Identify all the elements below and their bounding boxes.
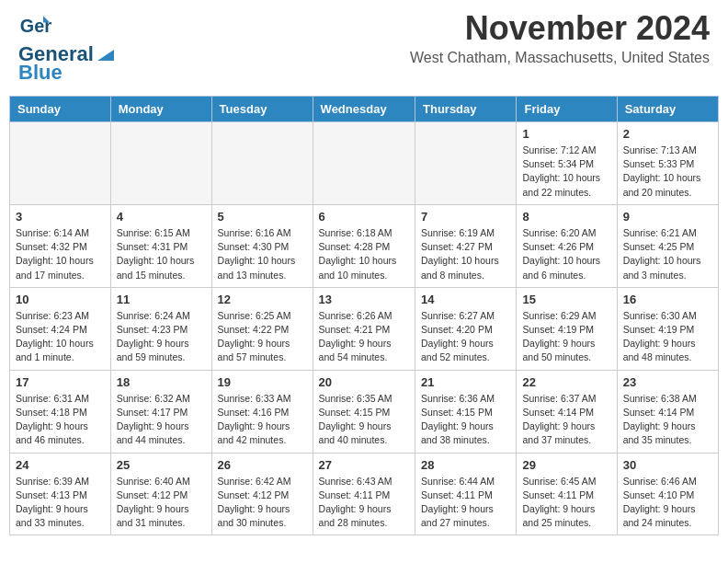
- calendar-day-cell: 30Sunrise: 6:46 AM Sunset: 4:10 PM Dayli…: [617, 453, 718, 535]
- calendar-day-cell: 12Sunrise: 6:25 AM Sunset: 4:22 PM Dayli…: [211, 287, 313, 370]
- calendar-day-cell: 1Sunrise: 7:12 AM Sunset: 5:34 PM Daylig…: [517, 122, 617, 205]
- day-info: Sunrise: 6:46 AM Sunset: 4:10 PM Dayligh…: [623, 475, 712, 531]
- day-info: Sunrise: 6:20 AM Sunset: 4:26 PM Dayligh…: [522, 226, 610, 282]
- day-info: Sunrise: 6:45 AM Sunset: 4:11 PM Dayligh…: [522, 475, 610, 531]
- day-number: 25: [117, 458, 206, 472]
- day-number: 7: [421, 210, 510, 224]
- day-number: 29: [522, 458, 610, 472]
- calendar-day-cell: 17Sunrise: 6:31 AM Sunset: 4:18 PM Dayli…: [10, 370, 111, 453]
- day-number: 5: [218, 210, 307, 224]
- calendar-day-cell: 18Sunrise: 6:32 AM Sunset: 4:17 PM Dayli…: [110, 370, 211, 453]
- day-info: Sunrise: 6:38 AM Sunset: 4:14 PM Dayligh…: [623, 392, 712, 448]
- weekday-header-cell: Friday: [517, 97, 617, 122]
- calendar-day-cell: [415, 122, 517, 205]
- calendar-table: SundayMondayTuesdayWednesdayThursdayFrid…: [9, 96, 719, 535]
- day-info: Sunrise: 6:33 AM Sunset: 4:16 PM Dayligh…: [218, 392, 307, 448]
- calendar-day-cell: 27Sunrise: 6:43 AM Sunset: 4:11 PM Dayli…: [313, 453, 415, 535]
- svg-text:General: General: [20, 16, 51, 36]
- day-number: 12: [218, 293, 307, 306]
- calendar-week-row: 17Sunrise: 6:31 AM Sunset: 4:18 PM Dayli…: [10, 370, 719, 453]
- calendar-day-cell: [313, 122, 415, 205]
- day-info: Sunrise: 6:21 AM Sunset: 4:25 PM Dayligh…: [623, 226, 712, 282]
- day-number: 11: [117, 293, 206, 306]
- calendar-day-cell: 22Sunrise: 6:37 AM Sunset: 4:14 PM Dayli…: [517, 370, 617, 453]
- day-number: 9: [623, 210, 712, 224]
- day-info: Sunrise: 6:27 AM Sunset: 4:20 PM Dayligh…: [421, 309, 510, 365]
- day-info: Sunrise: 6:43 AM Sunset: 4:11 PM Dayligh…: [319, 475, 409, 531]
- title-section: November 2024 West Chatham, Massachusett…: [410, 9, 710, 66]
- day-number: 17: [16, 375, 105, 389]
- day-info: Sunrise: 6:37 AM Sunset: 4:14 PM Dayligh…: [522, 392, 610, 448]
- day-info: Sunrise: 6:35 AM Sunset: 4:15 PM Dayligh…: [319, 392, 409, 448]
- calendar-day-cell: 15Sunrise: 6:29 AM Sunset: 4:19 PM Dayli…: [517, 287, 617, 370]
- day-info: Sunrise: 6:25 AM Sunset: 4:22 PM Dayligh…: [218, 309, 307, 365]
- calendar-day-cell: 20Sunrise: 6:35 AM Sunset: 4:15 PM Dayli…: [313, 370, 415, 453]
- day-info: Sunrise: 6:15 AM Sunset: 4:31 PM Dayligh…: [117, 226, 206, 282]
- calendar-day-cell: 3Sunrise: 6:14 AM Sunset: 4:32 PM Daylig…: [10, 204, 111, 287]
- day-number: 27: [319, 458, 409, 472]
- day-number: 20: [319, 375, 409, 389]
- day-info: Sunrise: 6:39 AM Sunset: 4:13 PM Dayligh…: [16, 475, 105, 531]
- day-number: 28: [421, 458, 510, 472]
- day-number: 23: [623, 375, 712, 389]
- day-number: 1: [522, 127, 610, 141]
- weekday-header-row: SundayMondayTuesdayWednesdayThursdayFrid…: [10, 97, 719, 122]
- day-number: 6: [319, 210, 409, 224]
- day-number: 16: [623, 293, 712, 306]
- day-number: 2: [623, 127, 712, 141]
- location: West Chatham, Massachusetts, United Stat…: [410, 50, 710, 66]
- calendar-day-cell: 29Sunrise: 6:45 AM Sunset: 4:11 PM Dayli…: [517, 453, 617, 535]
- calendar-day-cell: 23Sunrise: 6:38 AM Sunset: 4:14 PM Dayli…: [617, 370, 718, 453]
- calendar-day-cell: 25Sunrise: 6:40 AM Sunset: 4:12 PM Dayli…: [110, 453, 211, 535]
- month-title: November 2024: [410, 9, 710, 48]
- weekday-header-cell: Sunday: [10, 97, 111, 122]
- day-number: 30: [623, 458, 712, 472]
- day-info: Sunrise: 6:42 AM Sunset: 4:12 PM Dayligh…: [218, 475, 307, 531]
- calendar-week-row: 1Sunrise: 7:12 AM Sunset: 5:34 PM Daylig…: [10, 122, 719, 205]
- day-number: 19: [218, 375, 307, 389]
- day-info: Sunrise: 6:44 AM Sunset: 4:11 PM Dayligh…: [421, 475, 510, 531]
- calendar-day-cell: 6Sunrise: 6:18 AM Sunset: 4:28 PM Daylig…: [313, 204, 415, 287]
- weekday-header-cell: Wednesday: [313, 97, 415, 122]
- day-info: Sunrise: 7:13 AM Sunset: 5:33 PM Dayligh…: [623, 144, 712, 200]
- calendar-day-cell: 2Sunrise: 7:13 AM Sunset: 5:33 PM Daylig…: [617, 122, 718, 205]
- day-info: Sunrise: 7:12 AM Sunset: 5:34 PM Dayligh…: [522, 144, 610, 200]
- day-number: 13: [319, 293, 409, 306]
- calendar-day-cell: 5Sunrise: 6:16 AM Sunset: 4:30 PM Daylig…: [211, 204, 313, 287]
- calendar-day-cell: 10Sunrise: 6:23 AM Sunset: 4:24 PM Dayli…: [10, 287, 111, 370]
- weekday-header-cell: Monday: [110, 97, 211, 122]
- calendar-body: 1Sunrise: 7:12 AM Sunset: 5:34 PM Daylig…: [10, 122, 719, 535]
- calendar-day-cell: 28Sunrise: 6:44 AM Sunset: 4:11 PM Dayli…: [415, 453, 517, 535]
- day-info: Sunrise: 6:16 AM Sunset: 4:30 PM Dayligh…: [218, 226, 307, 282]
- day-number: 14: [421, 293, 510, 306]
- day-info: Sunrise: 6:14 AM Sunset: 4:32 PM Dayligh…: [16, 226, 105, 282]
- weekday-header-cell: Tuesday: [211, 97, 313, 122]
- calendar-day-cell: 16Sunrise: 6:30 AM Sunset: 4:19 PM Dayli…: [617, 287, 718, 370]
- calendar-day-cell: [10, 122, 111, 205]
- day-info: Sunrise: 6:26 AM Sunset: 4:21 PM Dayligh…: [319, 309, 409, 365]
- day-number: 24: [16, 458, 105, 472]
- logo: General General Blue: [18, 9, 118, 85]
- day-info: Sunrise: 6:29 AM Sunset: 4:19 PM Dayligh…: [522, 309, 610, 365]
- day-number: 3: [16, 210, 105, 224]
- day-info: Sunrise: 6:36 AM Sunset: 4:15 PM Dayligh…: [421, 392, 510, 448]
- calendar-day-cell: 21Sunrise: 6:36 AM Sunset: 4:15 PM Dayli…: [415, 370, 517, 453]
- day-info: Sunrise: 6:30 AM Sunset: 4:19 PM Dayligh…: [623, 309, 712, 365]
- day-number: 10: [16, 293, 105, 306]
- calendar-day-cell: 14Sunrise: 6:27 AM Sunset: 4:20 PM Dayli…: [415, 287, 517, 370]
- day-info: Sunrise: 6:32 AM Sunset: 4:17 PM Dayligh…: [117, 392, 206, 448]
- svg-marker-2: [97, 50, 114, 61]
- weekday-header-cell: Saturday: [617, 97, 718, 122]
- day-info: Sunrise: 6:24 AM Sunset: 4:23 PM Dayligh…: [117, 309, 206, 365]
- calendar-day-cell: 9Sunrise: 6:21 AM Sunset: 4:25 PM Daylig…: [617, 204, 718, 287]
- day-number: 26: [218, 458, 307, 472]
- day-info: Sunrise: 6:31 AM Sunset: 4:18 PM Dayligh…: [16, 392, 105, 448]
- calendar-day-cell: 11Sunrise: 6:24 AM Sunset: 4:23 PM Dayli…: [110, 287, 211, 370]
- calendar-day-cell: 4Sunrise: 6:15 AM Sunset: 4:31 PM Daylig…: [110, 204, 211, 287]
- calendar-day-cell: [110, 122, 211, 205]
- day-info: Sunrise: 6:18 AM Sunset: 4:28 PM Dayligh…: [319, 226, 409, 282]
- calendar-week-row: 3Sunrise: 6:14 AM Sunset: 4:32 PM Daylig…: [10, 204, 719, 287]
- calendar-week-row: 10Sunrise: 6:23 AM Sunset: 4:24 PM Dayli…: [10, 287, 719, 370]
- day-number: 4: [117, 210, 206, 224]
- calendar-day-cell: 26Sunrise: 6:42 AM Sunset: 4:12 PM Dayli…: [211, 453, 313, 535]
